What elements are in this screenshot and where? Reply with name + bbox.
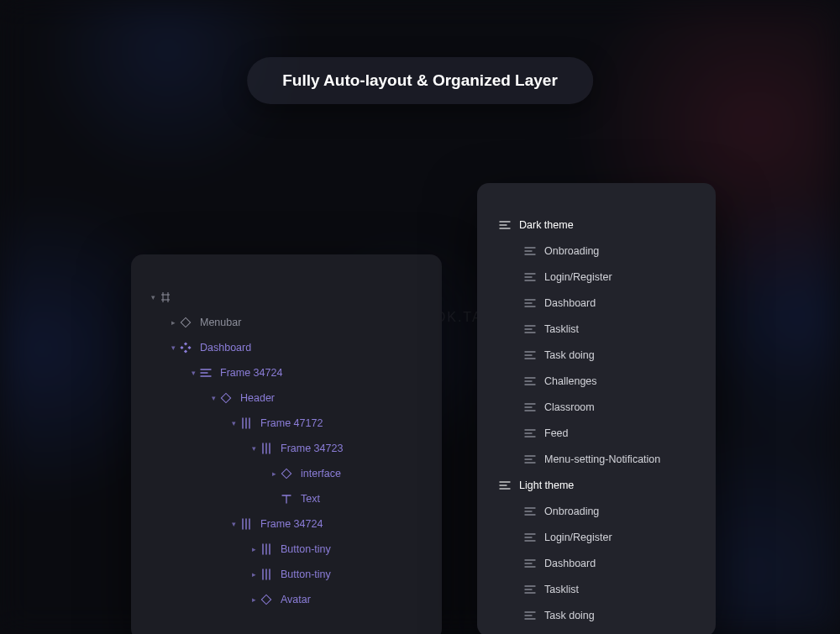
layers-panel[interactable]: ▾▸Menubar▾Dashboard▾Frame 34724▾Header▾F… [131,254,442,634]
page-label: Tasklist [544,584,579,595]
frame-icon [524,245,536,257]
expand-arrow-icon[interactable]: ▸ [250,570,257,579]
layer-row[interactable]: ▾Header [131,385,442,411]
layer-label: Button-tiny [281,543,331,555]
frame-v-icon [240,417,252,429]
page-label: Menu-setting-Notification [544,453,660,465]
diamond-icon [260,594,272,605]
expand-arrow-icon[interactable]: ▸ [250,595,257,604]
expand-arrow-icon[interactable]: ▾ [230,520,237,528]
page-row[interactable]: Menu-setting-Notification [477,446,716,472]
frame-icon [524,401,536,413]
frame-v-icon [240,518,252,530]
frame-icon [524,532,536,543]
hash-icon [160,291,171,303]
page-label: Challenges [544,375,597,387]
page-label: Login/Register [544,271,612,283]
diamond-icon [281,468,292,479]
page-label: Dashboard [544,558,596,569]
page-section-row[interactable]: Dark theme [477,212,716,238]
diamond-icon [180,317,192,328]
page-row[interactable]: Onbroading [477,238,716,264]
layer-row[interactable]: Text [131,486,442,511]
frame-icon [524,558,536,569]
page-row[interactable]: Challenges [477,368,716,394]
expand-arrow-icon[interactable]: ▾ [170,343,176,352]
frame-icon [524,584,536,595]
frame-icon [524,453,536,465]
layer-label: Frame 34724 [220,367,282,379]
layer-label: Dashboard [200,342,251,354]
pages-panel[interactable]: Dark themeOnbroadingLogin/RegisterDashbo… [477,183,716,634]
page-label: Onbroading [544,245,599,257]
frame-v-icon [260,543,272,555]
layer-row[interactable]: ▸Avatar [131,587,442,612]
page-label: Feed [544,427,569,439]
page-row[interactable]: Task doing [477,602,716,628]
page-row[interactable]: Tasklist [477,576,716,602]
page-label: Dark theme [519,219,574,231]
component-icon [180,342,192,354]
layer-row[interactable]: ▾Frame 47172 [131,411,442,436]
page-section-row[interactable]: Light theme [477,472,716,498]
frame-icon [499,219,511,231]
page-row[interactable]: Dashboard [477,290,716,316]
frame-icon [524,323,536,335]
layer-row[interactable]: ▾Frame 34724 [131,511,442,537]
layer-label: Menubar [200,317,241,328]
layer-row[interactable]: ▸Button-tiny [131,562,442,587]
layer-label: Text [301,493,320,505]
expand-arrow-icon[interactable]: ▸ [270,469,277,478]
layer-row[interactable]: ▾Dashboard [131,335,442,360]
page-row[interactable]: Feed [477,420,716,446]
page-row[interactable]: Tasklist [477,316,716,342]
expand-arrow-icon[interactable]: ▸ [170,318,176,327]
layer-row[interactable]: ▾Frame 34724 [131,360,442,385]
frame-v-icon [260,443,272,454]
diamond-icon [220,392,232,404]
page-row[interactable]: Login/Register [477,264,716,290]
page-label: Onbroading [544,506,599,517]
layer-row[interactable]: ▾ [131,285,442,310]
page-row[interactable]: Task doing [477,342,716,368]
frame-icon [524,349,536,361]
layer-label: Frame 34724 [260,518,323,530]
frame-icon [524,271,536,283]
frame-v-icon [260,569,272,580]
layer-label: Frame 34723 [281,443,343,454]
layer-row[interactable]: ▸Button-tiny [131,537,442,562]
expand-arrow-icon[interactable]: ▾ [230,419,237,427]
layer-row[interactable]: ▾Frame 34723 [131,436,442,461]
layer-row[interactable]: ▸interface [131,461,442,486]
page-row[interactable]: Classroom [477,394,716,420]
frame-icon [524,427,536,439]
page-row[interactable]: Onbroading [477,498,716,524]
page-label: Tasklist [544,323,579,335]
text-icon [281,493,292,505]
layer-label: Button-tiny [281,569,331,580]
layer-label: Avatar [281,594,311,605]
expand-arrow-icon[interactable]: ▾ [190,369,197,377]
page-label: Task doing [544,610,595,621]
layer-label: Frame 47172 [260,417,323,429]
headline-text: Fully Auto-layout & Organized Layer [282,71,558,89]
expand-arrow-icon[interactable]: ▾ [210,394,217,402]
expand-arrow-icon[interactable]: ▾ [250,444,257,453]
headline-pill: Fully Auto-layout & Organized Layer [247,57,593,104]
page-label: Login/Register [544,532,612,543]
page-label: Classroom [544,401,595,413]
page-row[interactable]: Dashboard [477,550,716,576]
expand-arrow-icon[interactable]: ▸ [250,545,257,553]
page-label: Task doing [544,349,595,361]
frame-icon [524,297,536,309]
frame-h-icon [200,367,212,379]
layer-label: interface [301,468,341,479]
frame-icon [499,479,511,491]
frame-icon [524,506,536,517]
page-row[interactable]: Login/Register [477,524,716,550]
page-label: Light theme [519,479,574,491]
layer-row[interactable]: ▸Menubar [131,310,442,335]
layer-label: Header [240,392,275,404]
expand-arrow-icon[interactable]: ▾ [150,293,156,301]
frame-icon [524,375,536,387]
